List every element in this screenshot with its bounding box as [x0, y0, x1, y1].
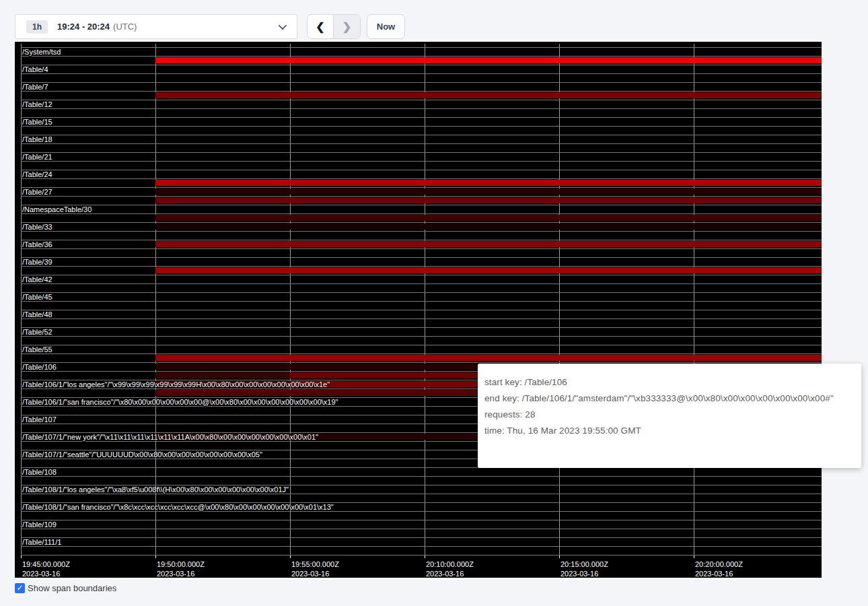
heatmap-row-label: /Table/39	[22, 258, 52, 267]
heat-band	[425, 92, 559, 98]
span-boundary-line	[21, 152, 822, 153]
heat-band	[559, 224, 694, 230]
heat-band	[694, 189, 822, 195]
span-boundary-line	[21, 65, 822, 65]
span-boundary-line	[21, 283, 822, 284]
tooltip-start-key: start key: /Table/106	[484, 377, 856, 387]
span-boundary-line	[21, 108, 822, 109]
span-boundary-line	[21, 100, 822, 100]
heat-band	[559, 215, 694, 221]
heat-band	[694, 215, 822, 221]
heat-band	[559, 92, 694, 98]
heatmap-row-label: /Table/106	[22, 363, 57, 372]
prev-time-button[interactable]: ❮	[308, 15, 334, 38]
span-boundary-line	[21, 555, 822, 556]
span-boundary-line	[21, 117, 822, 118]
show-span-boundaries-label: Show span boundaries	[28, 583, 116, 593]
heatmap-row-label: /Table/106/1/"san francisco"/"\x80\x00\x…	[22, 398, 338, 407]
time-axis-label: 19:45:00.000Z2023-03-16	[22, 560, 70, 578]
heat-band	[425, 180, 559, 186]
heat-band	[155, 241, 290, 247]
heat-band	[155, 355, 290, 361]
span-boundary-line	[21, 301, 822, 302]
heatmap-row-label: /Table/45	[22, 293, 52, 302]
heat-band	[694, 180, 822, 186]
time-axis-label: 20:20:00.000Z2023-03-16	[695, 560, 743, 578]
heatmap-row-label: /Table/108/1/"san francisco"/"\x8c\xcc\x…	[22, 503, 334, 512]
span-boundary-line	[21, 336, 822, 337]
heat-band	[425, 355, 559, 361]
heatmap-row-label: /Table/55	[22, 345, 52, 354]
heatmap-row-label: /Table/52	[22, 328, 52, 337]
heat-band	[290, 241, 425, 247]
heat-band	[290, 215, 425, 221]
heat-band	[694, 224, 822, 230]
span-boundary-line	[21, 135, 822, 135]
heatmap-row-label: /Table/108/1/"los angeles"/"\xa8\xf5\u00…	[22, 485, 289, 494]
span-boundary-line	[21, 82, 822, 83]
next-time-button[interactable]: ❯	[334, 15, 360, 38]
heat-band	[425, 189, 559, 195]
tooltip-requests: requests: 28	[484, 409, 856, 419]
span-boundary-line	[21, 310, 822, 310]
heat-band	[290, 364, 425, 370]
show-span-boundaries-checkbox[interactable]: ✓	[15, 583, 25, 593]
heatmap-row-label: /Table/42	[22, 275, 52, 284]
heatmap-row-label: /Table/33	[22, 223, 52, 232]
heatmap-row-label: /NamespaceTable/30	[22, 205, 92, 214]
span-boundary-line	[21, 91, 822, 92]
span-boundary-line	[21, 143, 822, 144]
span-boundary-line	[21, 257, 822, 258]
vertical-gridline	[290, 44, 291, 555]
heat-band	[694, 355, 822, 361]
vertical-gridline	[694, 44, 694, 555]
time-axis-label: 20:10:00.000Z2023-03-16	[426, 560, 474, 578]
heat-band	[290, 390, 425, 396]
time-axis-label: 19:50:00.000Z2023-03-16	[157, 560, 205, 578]
time-range-select[interactable]: 1h 19:24 - 20:24 (UTC)	[15, 14, 297, 39]
span-boundary-line	[21, 476, 822, 477]
tooltip-end-key: end key: /Table/106/1/"amsterdam"/"\xb33…	[484, 393, 856, 403]
time-range-text: 19:24 - 20:24	[57, 22, 110, 32]
span-boundary-line	[21, 205, 822, 205]
heat-band	[155, 92, 290, 98]
span-boundary-line	[21, 47, 822, 48]
heatmap-row-label: /Table/107/1/"new york"/"\x11\x11\x11\x1…	[22, 433, 318, 442]
key-visualizer-heatmap[interactable]: 19:45:00.000Z2023-03-1619:50:00.000Z2023…	[15, 42, 822, 578]
heat-band	[694, 197, 822, 203]
heat-band	[559, 355, 694, 361]
heat-band	[155, 364, 290, 370]
heatmap-row-label: /Table/106/1/"los angeles"/"\x99\x99\x99…	[22, 380, 330, 389]
span-boundary-line	[21, 73, 822, 74]
heat-band	[425, 241, 559, 247]
span-boundary-line	[21, 56, 822, 57]
heatmap-row-label: /Table/111/1	[22, 538, 61, 547]
heat-band	[425, 224, 559, 230]
heat-band	[559, 267, 694, 273]
heat-band	[155, 197, 290, 203]
heat-band	[155, 189, 290, 195]
heat-band	[155, 57, 290, 63]
heatmap-row-label: /Table/108	[22, 468, 57, 477]
heatmap-row-label: /Table/107/1/"seattle"/"UUUUUUD\x00\x80\…	[22, 450, 262, 459]
span-boundary-line	[21, 187, 822, 188]
span-boundary-line	[21, 196, 822, 197]
now-button[interactable]: Now	[367, 14, 405, 39]
heat-band	[290, 267, 425, 273]
time-axis-label: 19:55:00.000Z2023-03-16	[291, 560, 339, 578]
span-boundary-line	[21, 170, 822, 170]
span-boundary-line	[21, 213, 822, 214]
time-range-timezone: (UTC)	[113, 22, 137, 32]
time-axis: 19:45:00.000Z2023-03-1619:50:00.000Z2023…	[15, 555, 822, 578]
heat-band	[694, 267, 822, 273]
heatmap-row-label: /Table/7	[22, 83, 48, 92]
heat-band	[155, 180, 290, 186]
heat-band	[559, 57, 694, 63]
time-nav-group: ❮ ❯	[307, 14, 361, 39]
heat-band	[559, 180, 694, 186]
heat-band	[155, 390, 290, 396]
heatmap-row-label: /Table/4	[22, 65, 48, 74]
heatmap-row-label: /Table/27	[22, 188, 52, 197]
heatmap-row-label: /Table/109	[22, 520, 57, 529]
vertical-gridline	[155, 44, 156, 555]
